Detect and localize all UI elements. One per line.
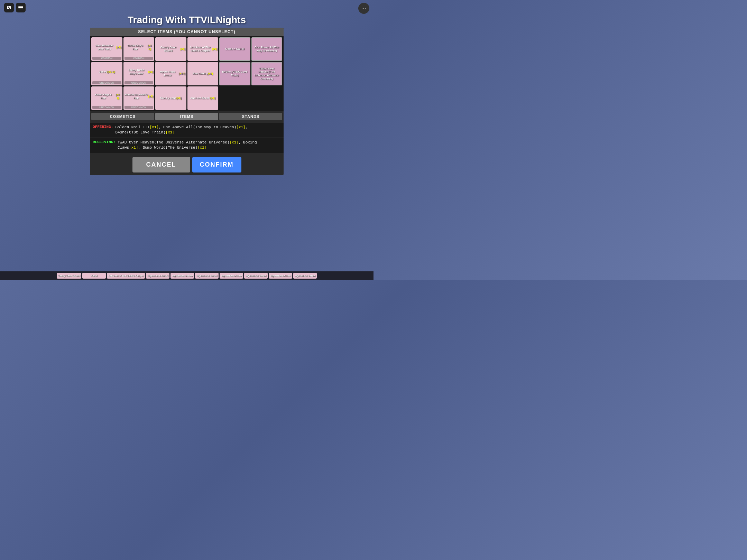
- item-name: One Above All(The Way to Heaven): [253, 39, 281, 59]
- category-tab[interactable]: COSMETICS: [91, 113, 154, 120]
- inventory-item[interactable]: Candy Cane Sword: [57, 273, 82, 279]
- item-name: Turtle Guy's Hair[x1 1]: [124, 38, 154, 56]
- trade-info: OFFERING: Golden Nail III[x1], One Above…: [90, 123, 284, 153]
- top-icons-left: [4, 3, 26, 14]
- item-cell[interactable]: Joe v5[x1 1]UNCOMMON: [91, 62, 122, 85]
- inventory-item-name: Mysterious Arrow: [246, 274, 266, 277]
- item-cell[interactable]: One Above All(The Way to Heaven): [251, 37, 283, 61]
- inventory-item[interactable]: Mysterious Arrow: [146, 273, 169, 279]
- inventory-item-name: Mysterious Arrow: [147, 274, 168, 277]
- inventory-item[interactable]: Mysterious Arrow: [269, 273, 292, 279]
- menu-icon[interactable]: [16, 3, 26, 12]
- inventory-item[interactable]: Left Arm of The Saint's Corpse: [107, 273, 145, 279]
- svg-rect-1: [8, 7, 9, 8]
- category-tab[interactable]: ITEMS: [155, 113, 218, 120]
- item-cell[interactable]: Hillario us Heart's Hair[x1]UNCOMMON: [123, 86, 155, 110]
- inventory-item-name: Mysterious Arrow: [196, 274, 217, 277]
- item-name: Golde n Nail III: [221, 39, 249, 59]
- item-rarity: COMMON: [92, 57, 121, 60]
- item-cell[interactable]: Anci ent Scrol l[x1]: [187, 86, 219, 110]
- inventory-item-name: Mysterious Arrow: [270, 274, 291, 277]
- category-tab[interactable]: STANDS: [219, 113, 282, 120]
- inventory-item-name: Mysterious Arrow: [295, 274, 315, 277]
- inventory-item[interactable]: Mysterious Arrow: [195, 273, 219, 279]
- item-rarity: COMMON: [124, 57, 154, 60]
- item-rarity: UNCOMMON: [124, 106, 154, 109]
- inventory-item[interactable]: Mysterious Arrow: [293, 273, 317, 279]
- item-name: Left Arm of The Saint's Corpse[x1]: [188, 38, 218, 60]
- item-cell[interactable]: Golde n Nail III: [219, 37, 250, 61]
- item-cell[interactable]: Myste rious Arrow[x14]: [155, 62, 186, 85]
- item-rarity: UNCOMMON: [92, 81, 121, 84]
- item-name: Wes Bluemar ines' Hats[x1]: [92, 38, 121, 56]
- top-bar: ···: [0, 3, 374, 14]
- item-rarity: UNCOMMON: [124, 81, 154, 84]
- item-cell[interactable]: Turtle Guy's Hair[x1 1]COMMON: [123, 37, 155, 61]
- inventory-item-name: Pluck: [84, 274, 104, 277]
- inventory-item[interactable]: Pluck: [82, 273, 106, 279]
- item-cell[interactable]: [251, 86, 283, 110]
- receiving-label: RECEIVING:: [93, 140, 116, 144]
- item-name: Candy Cane Sword[x1]: [156, 38, 185, 60]
- roblox-icon[interactable]: [4, 3, 14, 12]
- receiving-text: TWAU Over Heaven(The Universe Alternate …: [118, 140, 281, 151]
- item-rarity: UNCOMMON: [92, 106, 121, 109]
- confirm-button[interactable]: CONFIRM: [192, 157, 241, 172]
- item-cell[interactable]: TWAU Over Heaven(T he Universe Alternate…: [251, 62, 283, 85]
- svg-rect-5: [18, 9, 23, 9]
- item-cell[interactable]: Shiny Turtle Guy's Hair[x1]UNCOMMON: [123, 62, 155, 85]
- items-grid: Wes Bluemar ines' Hats[x1]COMMONTurtle G…: [90, 36, 284, 111]
- inventory-item[interactable]: Mysterious Arrow: [220, 273, 243, 279]
- item-cell[interactable]: Candy Cane Sword[x1]: [155, 37, 186, 61]
- offering-label: OFFERING:: [93, 125, 113, 129]
- item-cell[interactable]: D4She (CTDC Love Train): [219, 62, 250, 85]
- item-name: Joe v5[x1 1]: [92, 63, 121, 81]
- receiving-row: RECEIVING: TWAU Over Heaven(The Universe…: [90, 138, 284, 153]
- select-header: SELECT ITEMS (YOU CANNOT UNSELECT): [90, 28, 284, 36]
- item-cell[interactable]: Cand y cane[x1]: [155, 86, 186, 110]
- inventory-item-name: Mysterious Arrow: [172, 274, 193, 277]
- dots-icon[interactable]: ···: [358, 3, 369, 14]
- offering-text: Golden Nail III[x1], One Above All(The W…: [115, 125, 248, 136]
- button-row: CANCEL CONFIRM: [90, 154, 284, 175]
- item-cell[interactable]: [219, 86, 250, 110]
- inventory-item[interactable]: Mysterious Arrow: [244, 273, 268, 279]
- item-name: TWAU Over Heaven(T he Universe Alternate…: [253, 64, 281, 84]
- item-name: Red Cand y[x2]: [188, 63, 218, 84]
- main-panel: SELECT ITEMS (YOU CANNOT UNSELECT) Wes B…: [90, 28, 284, 175]
- svg-rect-2: [9, 8, 10, 9]
- cancel-button[interactable]: CANCEL: [132, 157, 190, 172]
- item-name: Killer Kage's Hair[x2 1]: [92, 87, 121, 105]
- item-cell[interactable]: Red Cand y[x2]: [187, 62, 219, 85]
- item-cell[interactable]: Killer Kage's Hair[x2 1]UNCOMMON: [91, 86, 122, 110]
- inventory-item-name: Mysterious Arrow: [221, 274, 242, 277]
- item-name: Cand y cane[x1]: [156, 87, 185, 109]
- inventory-item-name: Candy Cane Sword: [58, 274, 80, 277]
- item-cell[interactable]: Left Arm of The Saint's Corpse[x1]: [187, 37, 219, 61]
- item-name: Shiny Turtle Guy's Hair[x1]: [124, 63, 154, 81]
- category-tabs: COSMETICSITEMSSTANDS: [90, 111, 284, 122]
- item-name: Hillario us Heart's Hair[x1]: [124, 87, 154, 105]
- bottom-inventory-bar: Candy Cane SwordPluckLeft Arm of The Sai…: [0, 271, 374, 280]
- item-name: Anci ent Scrol l[x1]: [188, 87, 218, 109]
- svg-rect-3: [18, 6, 23, 7]
- item-name: Myste rious Arrow[x14]: [156, 63, 185, 84]
- inventory-item-name: Left Arm of The Saint's Corpse: [108, 274, 144, 277]
- item-name: D4She (CTDC Love Train): [221, 64, 249, 84]
- offering-row: OFFERING: Golden Nail III[x1], One Above…: [90, 123, 284, 138]
- item-cell[interactable]: Wes Bluemar ines' Hats[x1]COMMON: [91, 37, 122, 61]
- inventory-item[interactable]: Mysterious Arrow: [170, 273, 194, 279]
- svg-rect-4: [18, 7, 23, 8]
